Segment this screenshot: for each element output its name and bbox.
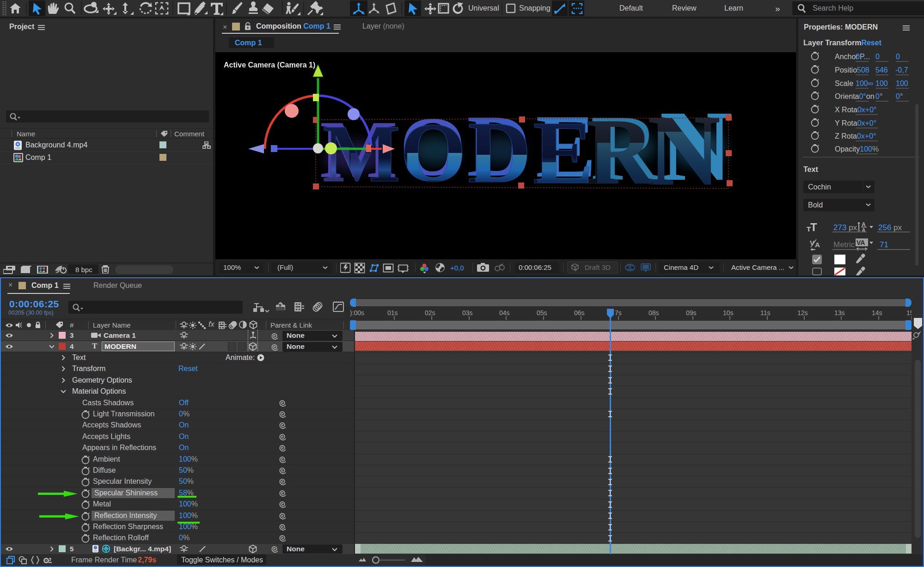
svg-text:Universal: Universal bbox=[468, 4, 499, 12]
svg-text:A: A bbox=[815, 241, 820, 249]
svg-text:Review: Review bbox=[672, 4, 697, 12]
svg-text:E: E bbox=[533, 102, 594, 202]
svg-text:Snapping: Snapping bbox=[519, 4, 551, 12]
svg-text:Active Camera (Camera 1): Active Camera (Camera 1) bbox=[224, 61, 315, 69]
svg-text:»: » bbox=[775, 4, 780, 13]
svg-text:Search Help: Search Help bbox=[813, 4, 853, 12]
svg-text:Default: Default bbox=[619, 4, 643, 12]
svg-text:Learn: Learn bbox=[724, 4, 743, 12]
